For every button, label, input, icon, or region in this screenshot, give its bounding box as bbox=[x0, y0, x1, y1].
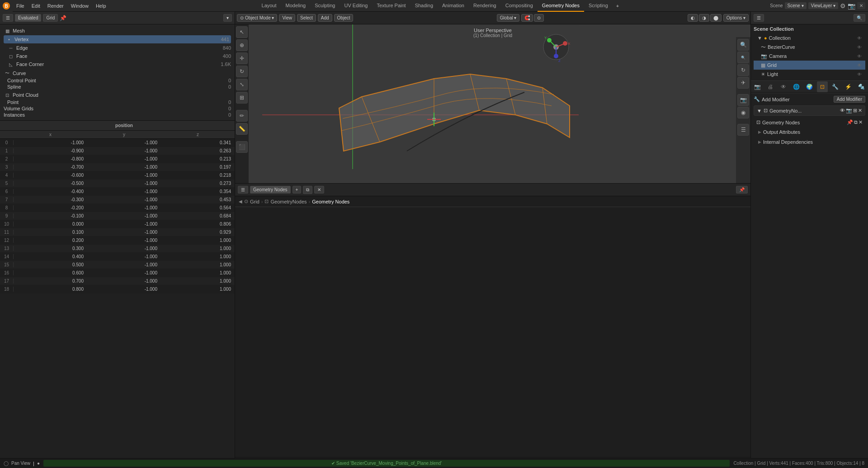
close-node-tree-btn[interactable]: ✕ bbox=[314, 186, 324, 194]
tab-geometry-nodes[interactable]: Geometry Nodes bbox=[538, 0, 584, 12]
add-workspace-btn[interactable]: + bbox=[613, 0, 623, 12]
prop-output-icon[interactable]: 🖨 bbox=[765, 81, 776, 92]
table-row[interactable]: 10 0.000 -1.000 0.806 bbox=[0, 220, 235, 228]
table-row[interactable]: 5 -0.500 -1.000 0.273 bbox=[0, 180, 235, 188]
modifier-eye-icon[interactable]: 👁 bbox=[840, 108, 845, 113]
table-row[interactable]: 15 0.500 -1.000 1.000 bbox=[0, 261, 235, 269]
table-row[interactable]: 7 -0.300 -1.000 0.453 bbox=[0, 196, 235, 204]
geo-nodes-internal-deps[interactable]: ▶ Internal Dependencies bbox=[756, 137, 863, 147]
scene-item-bezier[interactable]: 〜 BezierCurve 👁 bbox=[754, 43, 865, 52]
viewport-shading-material-btn[interactable]: ◑ bbox=[699, 14, 709, 22]
breadcrumb-grid[interactable]: Grid bbox=[250, 199, 259, 204]
camera-view-btn[interactable]: 📷 bbox=[737, 94, 749, 106]
prop-world-icon[interactable]: 🌍 bbox=[804, 81, 815, 92]
type-instances[interactable]: Instances 0 bbox=[4, 112, 231, 118]
snap-btn[interactable]: 🧲 bbox=[521, 14, 533, 22]
type-vertex[interactable]: • Vertex 441 bbox=[4, 35, 231, 43]
type-curve[interactable]: 〜 Curve bbox=[4, 70, 231, 77]
collection-btn[interactable]: ☰ bbox=[737, 124, 749, 136]
type-face-corner[interactable]: ◺ Face Corner 1.6K bbox=[4, 61, 231, 68]
prop-particles-icon[interactable]: ⚡ bbox=[843, 81, 854, 92]
tab-compositing[interactable]: Compositing bbox=[501, 0, 538, 12]
light-visibility-icon[interactable]: 👁 bbox=[857, 72, 862, 77]
engine-icon[interactable]: ⚙ bbox=[840, 2, 846, 9]
scene-item-collection[interactable]: ▼ ● Collection 👁 bbox=[754, 33, 865, 43]
geo-nodes-copy-icon[interactable]: ⧉ bbox=[854, 119, 858, 125]
proportional-btn[interactable]: ⊙ bbox=[534, 14, 544, 22]
scene-item-light[interactable]: ☀ Light 👁 bbox=[754, 70, 865, 79]
right-panel-search-btn[interactable]: 🔍 bbox=[854, 14, 865, 22]
table-row[interactable]: 14 0.400 -1.000 1.000 bbox=[0, 253, 235, 261]
tab-shading[interactable]: Shading bbox=[410, 0, 438, 12]
pin-icon[interactable]: 📌 bbox=[60, 15, 66, 21]
table-row[interactable]: 2 -0.800 -1.000 0.213 bbox=[0, 155, 235, 163]
tab-layout[interactable]: Layout bbox=[257, 0, 281, 12]
grid-btn[interactable]: Grid bbox=[43, 14, 58, 22]
table-row[interactable]: 9 -0.100 -1.000 0.684 bbox=[0, 212, 235, 220]
modifier-expand-arrow[interactable]: ▼ bbox=[757, 108, 762, 113]
grid-visibility-icon[interactable]: 👁 bbox=[857, 63, 862, 68]
table-row[interactable]: 1 -0.900 -1.000 0.263 bbox=[0, 147, 235, 155]
scene-selector[interactable]: Scene ▾ bbox=[785, 2, 807, 9]
right-panel-menu-btn[interactable]: ☰ bbox=[754, 14, 764, 22]
blender-logo-icon[interactable]: B bbox=[0, 0, 13, 12]
prop-view-icon[interactable]: 👁 bbox=[778, 81, 789, 92]
prop-modifier-icon[interactable]: 🔧 bbox=[830, 81, 841, 92]
geometry-nodes-label[interactable]: Geometry Nodes bbox=[250, 186, 291, 194]
type-control-point[interactable]: Control Point 0 bbox=[4, 78, 231, 83]
type-spline[interactable]: Spline 0 bbox=[4, 84, 231, 90]
viewlayer-selector[interactable]: ViewLayer ▾ bbox=[808, 2, 838, 9]
type-point[interactable]: Point 0 bbox=[4, 99, 231, 105]
copy-node-tree-btn[interactable]: ⧉ bbox=[303, 186, 312, 194]
tab-modeling[interactable]: Modeling bbox=[281, 0, 311, 12]
select-menu-btn[interactable]: Select bbox=[297, 14, 316, 22]
table-row[interactable]: 8 -0.200 -1.000 0.564 bbox=[0, 204, 235, 212]
scene-item-grid[interactable]: ▦ Grid 👁 bbox=[754, 61, 865, 70]
menu-window[interactable]: Window bbox=[67, 0, 92, 12]
add-menu-btn[interactable]: Add bbox=[318, 14, 332, 22]
back-arrow-icon[interactable]: ◀ bbox=[239, 199, 242, 204]
fly-btn[interactable]: ✈ bbox=[737, 77, 749, 89]
camera-visibility-icon[interactable]: 👁 bbox=[857, 54, 862, 59]
orbit-btn[interactable]: ↻ bbox=[737, 64, 749, 76]
zoom-in-btn[interactable]: 🔍 bbox=[737, 39, 749, 51]
table-row[interactable]: 16 0.600 -1.000 1.000 bbox=[0, 269, 235, 277]
bezier-visibility-icon[interactable]: 👁 bbox=[857, 45, 862, 50]
menu-file[interactable]: File bbox=[13, 0, 28, 12]
type-volume-grids[interactable]: Volume Grids 0 bbox=[4, 106, 231, 111]
prop-render-icon[interactable]: 📷 bbox=[752, 81, 763, 92]
node-editor-menu-btn[interactable]: ☰ bbox=[238, 186, 248, 194]
menu-edit[interactable]: Edit bbox=[28, 0, 44, 12]
global-btn[interactable]: Global ▾ bbox=[497, 14, 520, 22]
tab-uv-editing[interactable]: UV Editing bbox=[340, 0, 372, 12]
zoom-out-btn[interactable]: 🔍 bbox=[737, 52, 749, 63]
tab-scripting[interactable]: Scripting bbox=[584, 0, 613, 12]
geo-nodes-pin-icon[interactable]: 📌 bbox=[847, 119, 853, 125]
tab-rendering[interactable]: Rendering bbox=[469, 0, 501, 12]
toggle-render-btn[interactable]: ◉ bbox=[737, 107, 749, 118]
prop-physics-icon[interactable]: 🔩 bbox=[856, 81, 867, 92]
type-point-cloud[interactable]: ⊡ Point Cloud bbox=[4, 91, 231, 99]
table-row[interactable]: 4 -0.600 -1.000 0.218 bbox=[0, 171, 235, 180]
type-face[interactable]: ◻ Face 400 bbox=[4, 52, 231, 60]
object-menu-btn[interactable]: Object bbox=[334, 14, 354, 22]
table-row[interactable]: 18 0.800 -1.000 1.000 bbox=[0, 285, 235, 293]
filter-btn[interactable]: ▾ bbox=[223, 14, 232, 22]
spreadsheet-menu-btn[interactable]: ☰ bbox=[3, 14, 13, 22]
prop-object-icon[interactable]: ⊡ bbox=[817, 81, 828, 92]
table-row[interactable]: 13 0.300 -1.000 1.000 bbox=[0, 245, 235, 253]
table-row[interactable]: 11 0.100 -1.000 0.929 bbox=[0, 228, 235, 236]
tab-animation[interactable]: Animation bbox=[438, 0, 469, 12]
tab-texture-paint[interactable]: Texture Paint bbox=[372, 0, 410, 12]
geo-nodes-output-attrs[interactable]: ▶ Output Attributes bbox=[756, 127, 863, 137]
menu-help[interactable]: Help bbox=[92, 0, 110, 12]
table-row[interactable]: 12 0.200 -1.000 1.000 bbox=[0, 236, 235, 245]
prop-scene-icon[interactable]: 🌐 bbox=[791, 81, 802, 92]
table-row[interactable]: 17 0.700 -1.000 1.000 bbox=[0, 277, 235, 285]
options-menu-btn[interactable]: Options ▾ bbox=[723, 14, 749, 22]
breadcrumb-geonodes[interactable]: GeometryNodes bbox=[270, 199, 307, 204]
render-icon[interactable]: 📷 bbox=[848, 2, 855, 9]
scene-item-camera[interactable]: 📷 Camera 👁 bbox=[754, 52, 865, 61]
menu-render[interactable]: Render bbox=[44, 0, 67, 12]
table-row[interactable]: 6 -0.400 -1.000 0.354 bbox=[0, 188, 235, 196]
